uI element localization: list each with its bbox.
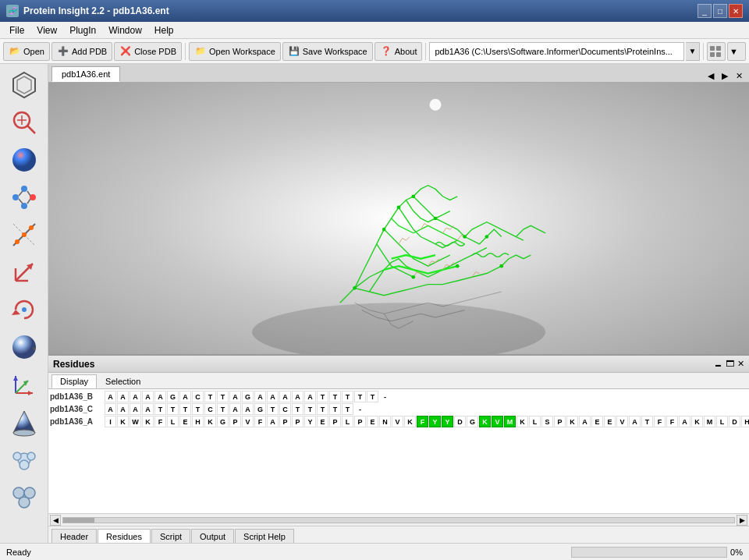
residue-cell[interactable]: A: [117, 391, 129, 402]
residue-cell[interactable]: K: [404, 416, 416, 427]
residue-cell[interactable]: A: [229, 403, 241, 415]
tab-prev[interactable]: ◀: [705, 70, 717, 82]
scroll-track[interactable]: [62, 517, 735, 523]
menu-window[interactable]: Window: [102, 22, 148, 38]
residue-cell[interactable]: H: [192, 416, 204, 427]
residue-cell[interactable]: L: [167, 416, 179, 427]
residue-cell[interactable]: F: [666, 416, 678, 427]
residue-cell[interactable]: T: [329, 403, 341, 415]
residue-cell[interactable]: K: [117, 416, 129, 427]
residue-cell[interactable]: P: [229, 416, 241, 427]
residue-cell[interactable]: K: [142, 416, 154, 427]
residue-cell[interactable]: A: [579, 416, 591, 427]
arrow-tool[interactable]: [6, 254, 42, 290]
residue-cell[interactable]: V: [392, 416, 403, 427]
extra-btn-2[interactable]: ▼: [727, 42, 746, 61]
residue-cell[interactable]: K: [566, 416, 578, 427]
close-button[interactable]: ✕: [729, 4, 743, 18]
residue-cell[interactable]: G: [242, 391, 254, 402]
analysis-tool[interactable]: [6, 217, 42, 253]
open-workspace-button[interactable]: 📁 Open Workspace: [189, 42, 281, 61]
residue-cell[interactable]: T: [167, 403, 179, 415]
residue-cell[interactable]: P: [292, 416, 304, 427]
tab-next[interactable]: ▶: [719, 70, 731, 82]
residue-cell[interactable]: D: [729, 416, 740, 427]
residue-cell[interactable]: A: [117, 403, 129, 415]
residue-cell[interactable]: D: [454, 416, 466, 427]
residue-cell[interactable]: T: [317, 403, 328, 415]
residue-cell[interactable]: A: [142, 391, 154, 402]
residue-cell[interactable]: K: [691, 416, 703, 427]
residue-cell[interactable]: T: [292, 403, 304, 415]
residue-cell[interactable]: T: [217, 391, 229, 402]
residue-cell[interactable]: A: [679, 416, 690, 427]
residue-cell[interactable]: -: [379, 391, 391, 402]
residue-cell[interactable]: K: [204, 416, 216, 427]
residue-cell[interactable]: V: [492, 416, 503, 427]
residue-cell[interactable]: A: [629, 416, 641, 427]
residue-cell[interactable]: L: [716, 416, 728, 427]
residue-cell[interactable]: G: [254, 403, 266, 415]
residue-cell[interactable]: W: [130, 416, 141, 427]
bottom-tab-header[interactable]: Header: [51, 529, 97, 543]
residue-cell[interactable]: I: [105, 416, 116, 427]
residue-cell[interactable]: T: [217, 403, 229, 415]
residues-restore[interactable]: 🗖: [726, 359, 734, 369]
residue-cell[interactable]: T: [329, 391, 341, 402]
residue-cell[interactable]: E: [179, 416, 191, 427]
residue-cell[interactable]: A: [105, 391, 116, 402]
cluster2-tool[interactable]: [6, 479, 42, 515]
tab-display[interactable]: Display: [51, 374, 97, 388]
residue-cell[interactable]: A: [267, 391, 279, 402]
residue-cell[interactable]: P: [329, 416, 341, 427]
residue-cell[interactable]: Y: [429, 416, 441, 427]
residue-cell[interactable]: T: [154, 403, 166, 415]
menu-view[interactable]: View: [30, 22, 63, 38]
maximize-button[interactable]: □: [713, 4, 727, 18]
residue-cell[interactable]: V: [616, 416, 628, 427]
residue-cell[interactable]: K: [516, 416, 528, 427]
tab-selection[interactable]: Selection: [97, 374, 149, 388]
cluster-tool[interactable]: [6, 441, 42, 477]
residue-cell[interactable]: T: [192, 403, 204, 415]
residue-cell[interactable]: K: [479, 416, 491, 427]
residues-close[interactable]: ✕: [737, 359, 744, 369]
save-workspace-button[interactable]: 💾 Save Workspace: [282, 42, 373, 61]
residue-cell[interactable]: C: [204, 403, 216, 415]
residue-cell[interactable]: F: [654, 416, 666, 427]
residue-cell[interactable]: A: [304, 391, 316, 402]
residue-cell[interactable]: T: [304, 403, 316, 415]
residue-cell[interactable]: P: [354, 416, 366, 427]
residue-cell[interactable]: V: [242, 416, 254, 427]
residue-cell[interactable]: T: [204, 391, 216, 402]
residue-cell[interactable]: T: [179, 403, 191, 415]
residue-cell[interactable]: A: [292, 391, 304, 402]
residue-cell[interactable]: T: [367, 391, 378, 402]
open-button[interactable]: 📂 Open: [3, 42, 50, 61]
tab-close[interactable]: ✕: [733, 70, 746, 82]
residue-cell[interactable]: L: [342, 416, 353, 427]
residue-cell[interactable]: A: [179, 391, 191, 402]
molecule-tool[interactable]: [6, 179, 42, 215]
minimize-button[interactable]: _: [698, 4, 712, 18]
pdb-tab[interactable]: pdb1A36.ent: [51, 66, 120, 82]
residue-cell[interactable]: A: [130, 391, 141, 402]
residue-cell[interactable]: T: [641, 416, 653, 427]
residue-cell[interactable]: E: [591, 416, 603, 427]
surface-tool[interactable]: ▼: [6, 329, 42, 365]
axes-tool[interactable]: [6, 367, 42, 402]
residue-cell[interactable]: C: [192, 391, 204, 402]
residue-cell[interactable]: F: [417, 416, 428, 427]
residue-cell[interactable]: G: [167, 391, 179, 402]
residue-cell[interactable]: E: [367, 416, 378, 427]
residue-cell[interactable]: A: [254, 391, 266, 402]
scroll-left-button[interactable]: ◀: [50, 515, 61, 526]
cone-tool[interactable]: [6, 404, 42, 440]
bottom-tab-script-help[interactable]: Script Help: [235, 529, 294, 543]
residue-cell[interactable]: Y: [442, 416, 453, 427]
residue-cell[interactable]: G: [467, 416, 478, 427]
scroll-right-button[interactable]: ▶: [737, 515, 747, 526]
residue-cell[interactable]: F: [254, 416, 266, 427]
path-dropdown[interactable]: ▼: [686, 42, 700, 61]
residue-cell[interactable]: M: [504, 416, 516, 427]
